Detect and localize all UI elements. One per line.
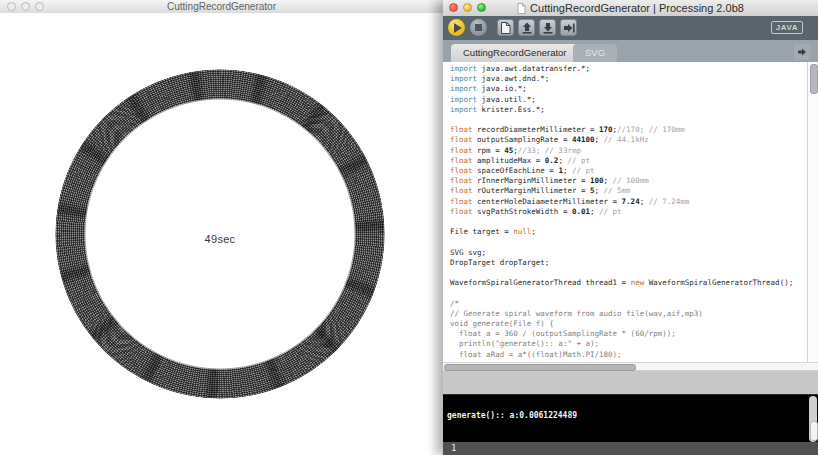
tab-svg[interactable]: SVG [573,44,617,62]
ide-window-title: CuttingRecordGenerator | Processing 2.0b… [443,0,818,16]
duration-label: 49sec [205,233,236,245]
open-button[interactable] [518,19,535,36]
code-line: float aRad = a*((float)Math.PI/180); [450,350,807,360]
ide-toolbar: JAVA [443,16,818,40]
tab-arrow-icon [797,47,807,57]
new-file-icon [500,22,511,34]
ide-titlebar[interactable]: CuttingRecordGenerator | Processing 2.0b… [443,0,818,17]
scrollbar-thumb[interactable] [810,421,818,441]
console-lines: generate():: a:0.0061224489 Imported Aud… [447,394,808,442]
code-editor[interactable]: import java.awt.datatransfer.*;import ja… [443,62,818,362]
console[interactable]: generate():: a:0.0061224489 Imported Aud… [443,394,818,442]
save-down-arrow-icon [542,22,554,34]
code-line [450,217,807,227]
code-line: float outputSamplingRate = 44100; // 44.… [450,135,807,145]
code-line: float rpm = 45;//33; // 33rmp [450,146,807,156]
sketch-canvas: 49sec [0,13,443,455]
code-line [450,115,807,125]
stop-icon [475,24,482,31]
code-line: /* [450,299,807,309]
scrollbar-thumb[interactable] [810,64,818,94]
editor-vertical-scrollbar[interactable] [807,62,818,362]
code-line: import java.awt.datatransfer.*; [450,64,807,74]
open-up-arrow-icon [521,22,533,34]
code-line: println("generate():: a:" + a); [450,339,807,349]
code-line: import java.io.*; [450,84,807,94]
code-line: WaveformSpiralGeneratorThread thread1 = … [450,278,807,288]
code-line: float svgPathStrokeWidth = 0.01; // pt [450,207,807,217]
message-area [443,371,818,394]
run-button[interactable] [448,19,465,36]
code-lines: import java.awt.datatransfer.*;import ja… [450,64,807,360]
code-line: import krister.Ess.*; [450,105,807,115]
code-line: import java.util.*; [450,95,807,105]
scrollbar-thumb[interactable] [444,364,636,371]
processing-ide-window: CuttingRecordGenerator | Processing 2.0b… [443,0,818,455]
code-line: import java.awt.dnd.*; [450,74,807,84]
code-line: float spaceOfEachLine = 1; // pt [450,166,807,176]
export-button[interactable] [560,19,577,36]
new-sketch-button[interactable] [497,19,514,36]
sketch-titlebar[interactable]: CuttingRecordGenerator [0,0,443,14]
ide-title-text: CuttingRecordGenerator | Processing 2.0b… [530,2,744,14]
console-line-clipped: generate():: a:0.0061224489 [447,410,808,422]
export-right-arrow-icon [563,22,575,34]
code-line: DropTarget dropTarget; [450,258,807,268]
tab-bar: CuttingRecordGenerator SVG [443,40,818,62]
play-icon [454,23,462,33]
status-bar: 1 [443,442,818,455]
code-line: SVG svg; [450,248,807,258]
tab-menu-button[interactable] [794,44,810,60]
code-line: float a = 360 / (outputSamplingRate * (6… [450,329,807,339]
tab-cuttingrecordgenerator[interactable]: CuttingRecordGenerator [451,44,579,62]
mode-selector-java[interactable]: JAVA [771,21,803,34]
code-line: void generate(File f) { [450,319,807,329]
code-line: float amplitudeMax = 0.2; // pt [450,156,807,166]
code-line: float centerHoleDaiameterMillimeter = 7.… [450,197,807,207]
sketch-output-window: CuttingRecordGenerator 49sec [0,0,443,455]
code-line: File target = null; [450,227,807,237]
line-number-indicator: 1 [451,443,456,453]
editor-horizontal-scrollbar[interactable] [443,362,818,371]
code-line: float rOuterMarginMillimeter = 5; // 5mm [450,186,807,196]
code-line [450,268,807,278]
console-scrollbar[interactable] [809,396,817,442]
stop-button[interactable] [470,19,487,36]
sketch-window-title: CuttingRecordGenerator [0,0,443,13]
code-line: float rInnerMarginMillimeter = 100; // 1… [450,176,807,186]
code-line: float recordDiameterMillimeter = 170;//1… [450,125,807,135]
code-line [450,288,807,298]
code-line [450,237,807,247]
save-button[interactable] [539,19,556,36]
code-line: // Generate spiral waveform from audio f… [450,309,807,319]
